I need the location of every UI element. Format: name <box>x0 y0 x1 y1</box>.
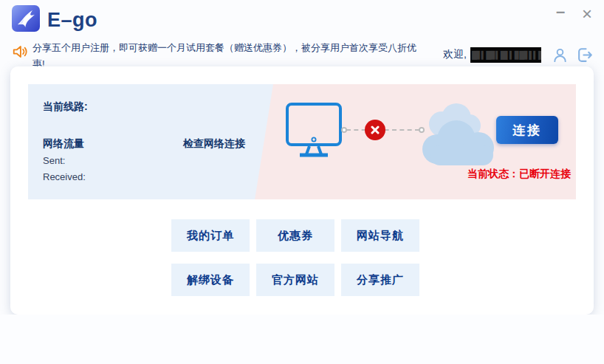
connection-status-text: 当前状态：已断开连接 <box>442 168 576 181</box>
computer-icon <box>285 102 344 161</box>
connection-status-panel: 当前线路: 网络流量 检查网络连接 Sent: Received: <box>28 84 576 199</box>
app-title: E–go <box>47 9 97 32</box>
speaker-icon <box>12 44 28 63</box>
main-card: 当前线路: 网络流量 检查网络连接 Sent: Received: <box>10 66 594 315</box>
share-promotion-button[interactable]: 分享推广 <box>341 264 419 296</box>
close-button[interactable]: × <box>576 3 598 25</box>
quick-actions-grid: 我的订单 优惠券 网站导航 解绑设备 官方网站 分享推广 <box>171 219 419 296</box>
cloud-icon <box>413 99 504 179</box>
logout-button[interactable] <box>576 46 594 64</box>
minimize-button[interactable]: – <box>549 1 572 23</box>
user-icon <box>552 55 569 66</box>
network-traffic-label: 网络流量 <box>43 137 84 151</box>
account-button[interactable] <box>552 47 569 63</box>
disconnected-x-icon <box>365 120 385 140</box>
my-orders-button[interactable]: 我的订单 <box>171 219 250 252</box>
logout-icon <box>576 55 594 66</box>
check-network-link[interactable]: 检查网络连接 <box>183 137 245 151</box>
unbind-device-button[interactable]: 解绑设备 <box>171 264 250 296</box>
user-area: 欢迎, █▋▍█▊▍█▌▍▊█▋▌▍█▊▍ <box>443 45 594 64</box>
redacted-username: █▋▍█▊▍█▌▍▊█▋▌▍█▊▍ <box>470 47 541 63</box>
bottom-nav: 一键加速 快速购买 ? 问题反馈 <box>0 315 604 364</box>
sent-label: Sent: <box>43 155 65 166</box>
site-navigation-button[interactable]: 网站导航 <box>341 219 419 252</box>
received-label: Received: <box>43 171 86 182</box>
coupons-button[interactable]: 优惠券 <box>256 219 334 252</box>
app-logo-icon <box>12 5 40 32</box>
official-website-button[interactable]: 官方网站 <box>256 264 334 296</box>
connect-button[interactable]: 连接 <box>496 116 558 144</box>
welcome-label: 欢迎, <box>443 48 467 61</box>
current-line-label: 当前线路: <box>43 100 88 114</box>
